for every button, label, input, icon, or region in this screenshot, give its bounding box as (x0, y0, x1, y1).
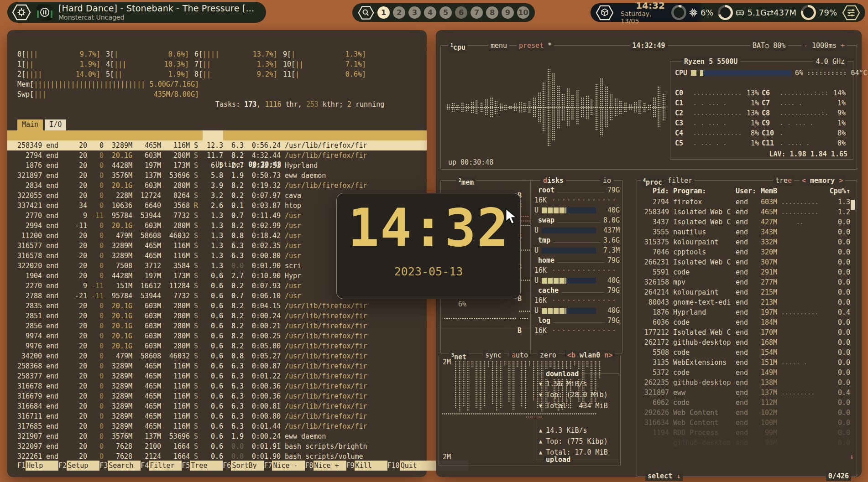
htop-tab[interactable]: Main (17, 119, 43, 130)
list-item[interactable]: 5508codeend154M0.0 (642, 347, 850, 358)
function-key-button[interactable]: F8Nice + (305, 461, 346, 471)
table-row[interactable]: 321907end2003576M137M53696S0.61.90:00.24… (7, 431, 427, 441)
workspace-button[interactable]: 4 (424, 6, 436, 19)
workspace-button[interactable]: 8 (486, 6, 498, 19)
list-item[interactable]: github-desktopend98M0.0 (642, 438, 850, 448)
list-item[interactable]: 262172github-desktopend168M0.0 (642, 337, 850, 347)
workspace-button[interactable]: 1 (377, 6, 390, 19)
disk-used-row: U40G (534, 306, 620, 316)
package-icon[interactable] (595, 4, 614, 21)
proc-select-hint[interactable]: select ↓ (645, 471, 683, 481)
list-item[interactable]: 262235github-desktopend138M0.0 (642, 378, 850, 388)
table-row[interactable]: 34200end200479M5860846032S0.60.80:05.27/… (7, 351, 427, 361)
settings-sliders-icon[interactable] (842, 4, 861, 21)
function-key-button[interactable]: F2Setup (58, 461, 99, 471)
proc-table-header[interactable]: Pid: Program: User: MemB Cpu% ↑ (642, 186, 850, 196)
workspace-button[interactable]: 7 (471, 6, 483, 19)
function-key-button[interactable]: F7Nice - (264, 461, 305, 471)
workspace-button[interactable]: 3 (408, 6, 421, 19)
workspace-button[interactable]: 5 (439, 6, 452, 19)
list-item[interactable]: 5372codeend149M0.0 (642, 368, 850, 378)
list-item[interactable]: 3555nautilusend343M0.0 (642, 227, 850, 237)
scrollbar-thumb[interactable] (851, 200, 855, 210)
list-item[interactable]: 1876Hyprlandend197M..........0.4 (642, 307, 850, 317)
gear-icon[interactable] (12, 4, 31, 21)
table-row[interactable]: 2794end20020.1G603M280MS11.78.24:32.44/u… (7, 150, 427, 161)
refresh-rate-control[interactable]: - 1000ms + (801, 41, 847, 51)
proc-sort-selector[interactable]: < memory > (800, 176, 845, 186)
function-key-button[interactable]: F1Help (17, 461, 58, 471)
list-item[interactable]: 7046cpptoolsend320M0.0 (642, 247, 850, 257)
list-item[interactable]: 266231Isolated Web Cend307M0.0 (642, 257, 850, 267)
workspace-button[interactable]: 2 (393, 6, 405, 19)
list-item[interactable]: 5591codeend291M0.0 (642, 267, 850, 277)
list-item[interactable]: 316634Web Contentend100M0.0 (642, 418, 850, 428)
net-interface-selector[interactable]: <b wlan0 n> (565, 350, 615, 360)
table-row[interactable]: 2834end20020.1G603M280MS3.98.20:19.32/us… (7, 181, 427, 191)
scroll-down-icon[interactable]: ↓ (850, 451, 854, 461)
list-item[interactable]: 1194RDD Processend99M0.0 (642, 428, 850, 438)
list-item[interactable]: 321897ewwend137M.........0.4 (642, 388, 850, 398)
workspace-button[interactable]: 9 (502, 6, 514, 19)
list-item[interactable]: 264214kolourpaintend215M0.0 (642, 287, 850, 297)
table-row[interactable]: 2835end20020.1G603M280MS0.68.20:04.15/us… (7, 301, 427, 311)
music-player-pill[interactable]: [Hard Dance] - Stonebank - The Pressure … (7, 2, 266, 23)
list-item[interactable]: 6062codeend112M0.0 (642, 398, 850, 408)
table-row[interactable]: 258349end2003289M465M116MS12.36.30:56.24… (7, 140, 427, 150)
preset-button[interactable]: preset * (517, 41, 554, 51)
io-panel-label[interactable]: io (600, 176, 614, 186)
net-zero-button[interactable]: zero (538, 350, 559, 360)
proc-filter-button[interactable]: filter (665, 176, 695, 186)
up-arrow-icon: ▲ (539, 447, 542, 457)
table-row[interactable]: 322261end200762821241664S0.60.00:01.90ba… (7, 451, 427, 461)
list-item[interactable]: 3437Isolated Web Cend427M ..0.0 (642, 217, 850, 227)
function-key-button[interactable]: F3Search (99, 461, 141, 471)
table-row[interactable]: 258377end2003289M465M116MS0.66.30:01.22/… (7, 371, 427, 381)
table-row[interactable]: 317685end2003289M465M116MS0.66.30:01.44/… (7, 421, 427, 431)
album-art[interactable] (37, 4, 53, 21)
topbar-clock[interactable]: 14:32 Saturday, 13/05 (621, 0, 665, 25)
proc-tree-button[interactable]: tree (773, 176, 794, 186)
htop-tab[interactable]: I/O (45, 119, 66, 130)
table-row[interactable]: 322097end200762821001664S0.60.00:01.91ba… (7, 441, 427, 451)
disks-panel-label[interactable]: disks (541, 176, 566, 186)
list-item[interactable]: 3135WebExtensionsend151M..... .0.0 (642, 358, 850, 368)
list-item[interactable]: 2794firefoxend603M..........1.3 (642, 197, 850, 207)
table-row[interactable]: 9974end20020.1G603M280MS0.68.20:00.25/us… (7, 331, 427, 341)
table-row[interactable]: 258368end2003289M465M116MS0.66.30:00.87/… (7, 361, 427, 371)
workspace-button[interactable]: 6 (455, 6, 467, 19)
list-item[interactable]: 326158mpvend277M0.0 (642, 277, 850, 287)
function-key-button[interactable]: F5Tree (182, 461, 223, 471)
list-item[interactable]: 177212Isolated Web Cend170M0.0 (642, 327, 850, 337)
list-item[interactable]: 292626Web Contentend102M0.0 (642, 408, 850, 418)
table-row[interactable]: 1876end2004428M197M173MS6.52.72:22.52Hyp… (7, 161, 427, 171)
function-key-button[interactable]: F9Kill (346, 461, 387, 471)
function-key-button[interactable]: F6SortBy (223, 461, 264, 471)
net-auto-button[interactable]: auto (509, 350, 530, 360)
table-row[interactable]: 316684end2003289M465M116MS0.66.30:00.81/… (7, 401, 427, 411)
table-row[interactable]: 316678end2003289M465M116MS0.66.30:00.36/… (7, 381, 427, 391)
core-row: C2..............::::....13% (675, 108, 759, 118)
table-row[interactable]: 2856end20020.1G603M280MS0.68.20:00.21/us… (7, 321, 427, 331)
list-item[interactable]: 258349Isolated Web Cend465M..........1.2 (642, 207, 850, 217)
net-sync-button[interactable]: sync (483, 350, 504, 360)
mem-box-label[interactable]: 2mem (456, 176, 476, 187)
workspace-button[interactable]: 10 (517, 6, 529, 19)
menu-button[interactable]: menu (488, 41, 509, 51)
search-icon[interactable] (358, 5, 374, 21)
table-row[interactable]: 321897end2003576M137M53696S5.81.90:50.73… (7, 171, 427, 181)
list-item[interactable]: 315375kolourpaintend332M0.0 (642, 237, 850, 247)
process-table-header[interactable] (7, 130, 427, 140)
table-row[interactable]: 2851end20020.1G603M280MS0.68.20:00.24/us… (7, 311, 427, 321)
cpu-meter: 3[|0.6%] (106, 49, 189, 59)
list-item[interactable]: 6036codeend184M0.0 (642, 317, 850, 327)
disk-io-row: 16K (534, 195, 620, 205)
table-row[interactable]: 316679end2003289M465M116MS0.66.30:00.36/… (7, 391, 427, 401)
graph-column (471, 101, 474, 113)
function-key-button[interactable]: F4Filter (141, 461, 182, 471)
list-item[interactable]: 80043gnome-text-ediend213M0.0 (642, 297, 850, 307)
down-arrow-icon: ▼ (539, 390, 542, 400)
cpu-box-label[interactable]: 1cpu (448, 41, 468, 52)
table-row[interactable]: 316711end2003289M465M116MS0.66.30:00.80/… (7, 411, 427, 421)
table-row[interactable]: 9976end20020.1G603M280MS0.68.20:05.00/us… (7, 341, 427, 351)
